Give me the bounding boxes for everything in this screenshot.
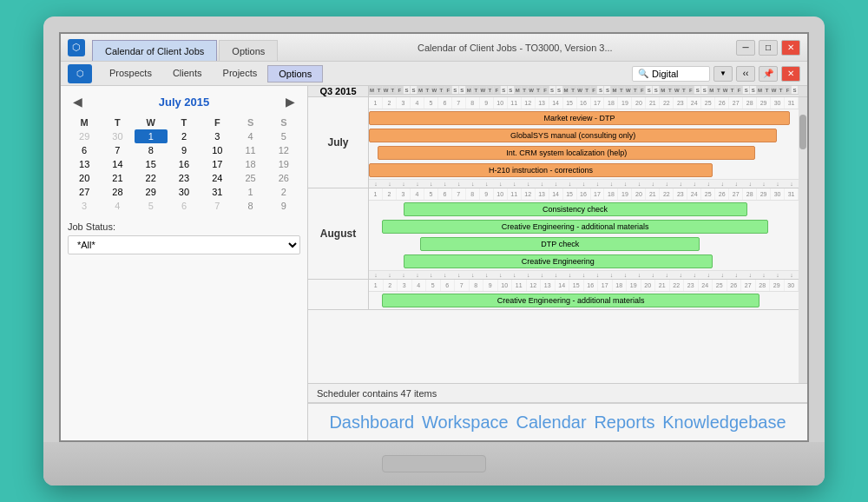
day-num-23: 23: [674, 188, 687, 200]
tab-calendar[interactable]: Calendar of Client Jobs: [92, 40, 217, 61]
cal-day-3-4[interactable]: 24: [201, 171, 233, 185]
cal-day-2-1[interactable]: 14: [101, 157, 134, 171]
day-num-10: 10: [494, 97, 508, 109]
nav-dashboard[interactable]: Dashboard: [329, 413, 414, 433]
cal-day-3-3[interactable]: 23: [168, 171, 201, 185]
maximize-button[interactable]: □: [759, 40, 778, 56]
day-num-26: 26: [715, 97, 729, 109]
cal-day-4-0[interactable]: 27: [68, 185, 101, 199]
day-num-20: 20: [641, 280, 656, 291]
arrow-0: ↓: [369, 180, 383, 188]
cal-day-4-3[interactable]: 30: [168, 185, 201, 199]
nav-knowledgebase[interactable]: Knowledgebase: [662, 413, 786, 433]
day-num-10: 10: [498, 280, 513, 291]
cal-day-5-4[interactable]: 7: [201, 199, 233, 213]
cal-day-4-1[interactable]: 28: [101, 185, 134, 199]
cal-day-2-3[interactable]: 16: [168, 157, 201, 171]
cal-day-0-6[interactable]: 5: [267, 129, 300, 143]
scheduler-scroll-area[interactable]: July 12345678910111213141516171819202122…: [308, 97, 799, 383]
cal-day-3-6[interactable]: 26: [267, 171, 300, 185]
header-day-32: F: [591, 86, 598, 94]
menu-close-btn[interactable]: ✕: [781, 66, 800, 82]
calendar-prev-btn[interactable]: ◀: [68, 93, 88, 110]
day-num-16: 16: [584, 280, 599, 291]
day-num-7: 7: [452, 188, 466, 200]
menu-prospects[interactable]: Prospects: [99, 65, 162, 83]
day-num-3: 3: [397, 97, 411, 109]
cal-day-2-0[interactable]: 13: [68, 157, 101, 171]
day-num-22: 22: [660, 188, 674, 200]
cal-day-2-6[interactable]: 19: [267, 157, 300, 171]
header-day-11: F: [445, 86, 452, 94]
header-day-37: W: [625, 86, 632, 94]
day-num-28: 28: [756, 280, 771, 291]
header-day-47: S: [694, 86, 701, 94]
cal-day-1-6[interactable]: 12: [267, 143, 300, 157]
menu-clients[interactable]: Clients: [162, 65, 213, 83]
search-input[interactable]: [652, 69, 704, 79]
nav-reports[interactable]: Reports: [594, 413, 654, 433]
header-day-44: W: [674, 86, 681, 94]
cal-day-0-1[interactable]: 30: [101, 129, 134, 143]
cal-day-2-4[interactable]: 17: [201, 157, 233, 171]
day-letters-row: MTWTFSSMTWTFSSMTWTFSSMTWTFSSMTWTFSSMTWTF…: [369, 86, 799, 95]
cal-day-3-0[interactable]: 20: [68, 171, 101, 185]
day-num-15: 15: [563, 188, 577, 200]
nav-calendar[interactable]: Calendar: [516, 413, 586, 433]
cal-day-4-5[interactable]: 1: [233, 185, 266, 199]
cal-day-5-2[interactable]: 5: [135, 199, 168, 213]
cal-day-4-6[interactable]: 2: [267, 185, 300, 199]
cal-day-4-2[interactable]: 29: [135, 185, 168, 199]
minimize-button[interactable]: ─: [736, 40, 755, 56]
cal-day-2-5[interactable]: 18: [233, 157, 266, 171]
calendar-next-btn[interactable]: ▶: [280, 93, 300, 110]
cal-day-0-2[interactable]: 1: [135, 129, 168, 143]
day-num-16: 16: [577, 97, 591, 109]
job-status-select[interactable]: *All*: [68, 235, 300, 254]
cal-day-5-5[interactable]: 8: [233, 199, 266, 213]
cal-day-1-2[interactable]: 8: [135, 143, 168, 157]
search-box[interactable]: 🔍: [632, 66, 710, 82]
nav-workspace[interactable]: Workspace: [422, 413, 509, 433]
month-label-july: July: [308, 97, 369, 188]
cal-header-s: S: [233, 116, 266, 129]
cal-day-1-4[interactable]: 10: [201, 143, 233, 157]
arrow-1: ↓: [383, 180, 397, 188]
nav-back-btn[interactable]: ‹‹: [736, 66, 755, 82]
cal-day-0-4[interactable]: 3: [201, 129, 233, 143]
pin-btn[interactable]: 📌: [759, 66, 778, 82]
close-button[interactable]: ✕: [781, 40, 800, 56]
day-num-11: 11: [508, 97, 522, 109]
cal-day-4-4[interactable]: 31: [201, 185, 233, 199]
arrow-17: ↓: [604, 180, 618, 188]
cal-day-5-6[interactable]: 9: [267, 199, 300, 213]
arrow-16: ↓: [591, 271, 605, 279]
menu-bar: ⬡ Prospects Clients Projects Options 🔍 ▼…: [61, 62, 807, 86]
month-section-august: August 123456789101112131415161718192021…: [308, 188, 799, 280]
day-num-2: 2: [384, 280, 398, 291]
header-day-23: W: [529, 86, 536, 94]
tab-options[interactable]: Options: [219, 40, 278, 61]
cal-day-3-5[interactable]: 25: [233, 171, 266, 185]
cal-day-1-1[interactable]: 7: [101, 143, 134, 157]
cal-day-3-1[interactable]: 21: [101, 171, 134, 185]
day-num-8: 8: [466, 188, 480, 200]
menu-projects[interactable]: Projects: [213, 65, 268, 83]
cal-day-5-0[interactable]: 3: [68, 199, 101, 213]
cal-day-3-2[interactable]: 22: [135, 171, 168, 185]
scrollbar-area: [799, 86, 807, 96]
search-options-btn[interactable]: ▼: [713, 66, 733, 82]
arrow-0: ↓: [369, 271, 383, 279]
cal-day-2-2[interactable]: 15: [135, 157, 168, 171]
cal-day-0-5[interactable]: 4: [233, 129, 266, 143]
cal-day-5-3[interactable]: 6: [168, 199, 201, 213]
cal-day-0-3[interactable]: 2: [168, 129, 201, 143]
cal-day-1-3[interactable]: 9: [168, 143, 201, 157]
cal-day-5-1[interactable]: 4: [101, 199, 134, 213]
cal-day-1-0[interactable]: 6: [68, 143, 101, 157]
cal-day-0-0[interactable]: 29: [68, 129, 101, 143]
header-day-17: T: [487, 86, 494, 94]
menu-options[interactable]: Options: [267, 65, 323, 83]
vertical-scrollbar[interactable]: [799, 97, 807, 383]
cal-day-1-5[interactable]: 11: [233, 143, 266, 157]
